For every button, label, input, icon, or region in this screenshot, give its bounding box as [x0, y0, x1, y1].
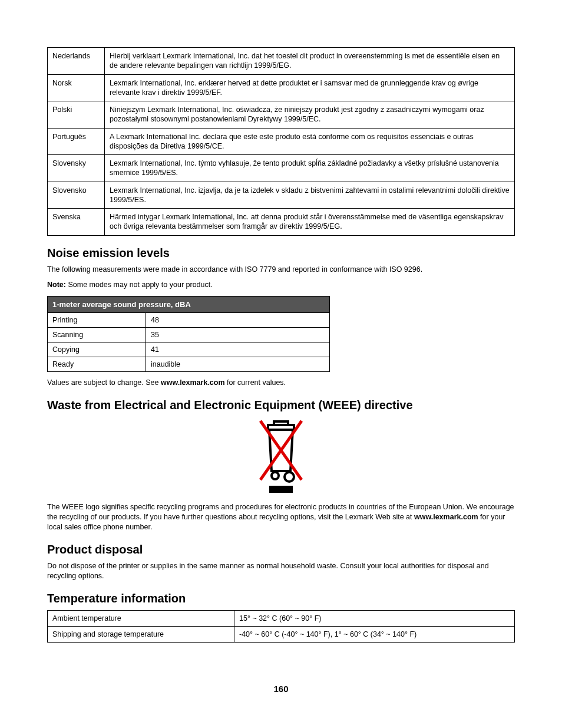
temp-value: -40° ~ 60° C (-40° ~ 140° F), 1° ~ 60° C… — [234, 626, 515, 642]
noise-footnote: Values are subject to change. See www.le… — [47, 378, 515, 388]
temp-label: Shipping and storage temperature — [48, 626, 234, 642]
noise-table: 1-meter average sound pressure, dBA Prin… — [47, 296, 330, 372]
noise-value: 35 — [146, 328, 330, 342]
lang-name: Slovensko — [48, 182, 105, 209]
table-row: PolskiNiniejszym Lexmark International, … — [48, 101, 515, 129]
table-row: Printing48 — [48, 313, 330, 328]
lang-name: Nederlands — [48, 48, 105, 75]
lang-declaration: Niniejszym Lexmark International, Inc. o… — [105, 101, 515, 129]
lang-declaration: Lexmark International, Inc. erklærer her… — [105, 74, 515, 101]
page-number: 160 — [47, 684, 515, 694]
table-row: NederlandsHierbij verklaart Lexmark Inte… — [48, 48, 515, 75]
svg-point-1 — [285, 472, 294, 482]
table-row: PortuguêsA Lexmark International Inc. de… — [48, 128, 515, 155]
table-row: SlovenskyLexmark International, Inc. tým… — [48, 155, 515, 182]
weee-heading: Waste from Electrical and Electronic Equ… — [47, 398, 515, 412]
table-row: SlovenskoLexmark International, Inc. izj… — [48, 182, 515, 209]
weee-crossed-bin-icon — [47, 418, 515, 496]
svg-point-0 — [272, 472, 279, 479]
noise-mode: Scanning — [48, 328, 146, 342]
table-row: Scanning35 — [48, 328, 330, 342]
disposal-text: Do not dispose of the printer or supplie… — [47, 561, 515, 581]
lang-declaration: Lexmark International, Inc. týmto vyhlas… — [105, 155, 515, 182]
note-label: Note: — [47, 281, 66, 289]
noise-heading: Noise emission levels — [47, 246, 515, 260]
table-row: Shipping and storage temperature-40° ~ 6… — [48, 626, 515, 642]
noise-value: 48 — [146, 313, 330, 328]
lang-declaration: Hierbij verklaart Lexmark International,… — [105, 48, 515, 75]
lang-name: Norsk — [48, 74, 105, 101]
noise-col-header: 1-meter average sound pressure, dBA — [48, 297, 330, 313]
lang-declaration: A Lexmark International Inc. declara que… — [105, 128, 515, 155]
lang-name: Svenska — [48, 209, 105, 236]
table-row: SvenskaHärmed intygar Lexmark Internatio… — [48, 209, 515, 236]
language-declarations-table: NederlandsHierbij verklaart Lexmark Inte… — [47, 47, 515, 236]
table-row: Copying41 — [48, 342, 330, 357]
weee-text: The WEEE logo signifies specific recycli… — [47, 502, 515, 532]
temp-value: 15° ~ 32° C (60° ~ 90° F) — [234, 610, 515, 626]
lang-name: Polski — [48, 101, 105, 129]
svg-rect-5 — [269, 486, 293, 493]
noise-mode: Copying — [48, 342, 146, 357]
noise-intro: The following measurements were made in … — [47, 265, 515, 275]
temperature-table: Ambient temperature15° ~ 32° C (60° ~ 90… — [47, 610, 515, 643]
noise-note: Note: Some modes may not apply to your p… — [47, 280, 515, 290]
lang-name: Português — [48, 128, 105, 155]
note-text: Some modes may not apply to your product… — [66, 281, 213, 289]
table-row: NorskLexmark International, Inc. erklære… — [48, 74, 515, 101]
lang-declaration: Lexmark International, Inc. izjavlja, da… — [105, 182, 515, 209]
noise-value: 41 — [146, 342, 330, 357]
table-row: Readyinaudible — [48, 357, 330, 372]
temp-heading: Temperature information — [47, 592, 515, 605]
lexmark-url: www.lexmark.com — [161, 378, 225, 387]
table-row: Ambient temperature15° ~ 32° C (60° ~ 90… — [48, 610, 515, 626]
temp-label: Ambient temperature — [48, 610, 234, 626]
lang-declaration: Härmed intygar Lexmark International, In… — [105, 209, 515, 236]
lexmark-url: www.lexmark.com — [414, 513, 478, 521]
disposal-heading: Product disposal — [47, 543, 515, 556]
noise-mode: Ready — [48, 357, 146, 372]
lang-name: Slovensky — [48, 155, 105, 182]
noise-value: inaudible — [146, 357, 330, 372]
noise-mode: Printing — [48, 313, 146, 328]
